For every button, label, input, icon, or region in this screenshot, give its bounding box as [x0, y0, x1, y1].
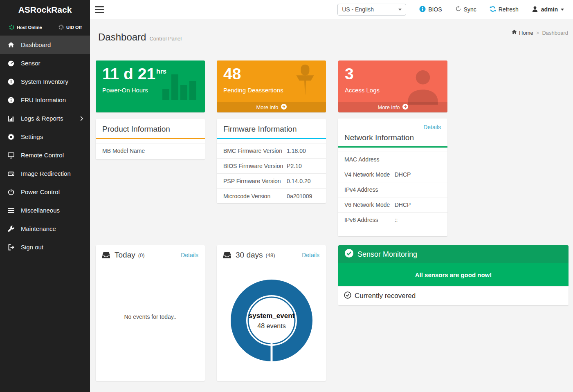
caret-down-icon	[398, 9, 402, 11]
monitor-icon	[7, 152, 15, 159]
sidebar-item-logs-reports[interactable]: Logs & Reports	[0, 109, 90, 128]
row-label: V4 Network Mode	[344, 171, 395, 178]
row-label: Microcode Version	[223, 193, 287, 199]
user-menu[interactable]: admin	[532, 6, 564, 13]
bar-chart-icon	[162, 71, 198, 101]
more-info-label: More info	[378, 104, 400, 110]
host-status-row: Host Online UID Off	[0, 20, 90, 31]
more-info-link[interactable]: More info	[217, 102, 326, 112]
today-events-header: Today (0) Details	[96, 245, 205, 265]
sidebar-item-image-redirection[interactable]: Image Redirection	[0, 164, 90, 183]
page-title: DashboardControl Panel	[98, 31, 182, 43]
breadcrumb: Home > Dashboard	[512, 29, 568, 36]
brand-logo: ASRockRack	[0, 0, 90, 20]
row-label: PSP Firmware Version	[223, 178, 287, 184]
sync-button[interactable]: Sync	[455, 6, 476, 13]
sidebar: ASRockRack Host Online UID Off Dashboa	[0, 0, 90, 392]
sidebar-item-system-inventory[interactable]: System Inventory	[0, 72, 90, 91]
row-value: DHCP	[395, 171, 441, 178]
refresh-button[interactable]: Refresh	[490, 6, 519, 13]
circle-arrow-right-icon	[402, 104, 408, 111]
month-events-header: 30 days (48) Details	[217, 245, 326, 265]
row-value: 1.18.00	[287, 148, 319, 154]
more-info-link[interactable]: More info	[338, 102, 447, 112]
sidebar-item-label: Power Control	[21, 188, 83, 195]
check-circle-outline-icon	[344, 291, 351, 301]
table-row: V4 Network Mode DHCP	[338, 167, 447, 182]
host-online-label: Host Online	[17, 25, 42, 30]
disk-icon	[7, 170, 15, 177]
sidebar-item-maintenance[interactable]: Maintenance	[0, 220, 90, 238]
row-value: ::	[395, 217, 441, 223]
breadcrumb-home-link[interactable]: Home	[512, 29, 533, 36]
table-row: IPv4 Address	[338, 182, 447, 197]
sidebar-item-label: Logs & Reports	[21, 115, 80, 122]
hamburger-menu-icon[interactable]	[95, 4, 105, 15]
sidebar-item-label: Dashboard	[21, 41, 83, 48]
breadcrumb-separator: >	[536, 30, 539, 36]
sidebar-item-dashboard[interactable]: Dashboard	[0, 36, 90, 54]
sensor-recovered-label: Currently recovered	[355, 292, 416, 300]
check-circle-icon	[345, 249, 353, 260]
wrench-icon	[7, 226, 15, 232]
sidebar-item-sensor[interactable]: Sensor	[0, 54, 90, 72]
sidebar-item-remote-control[interactable]: Remote Control	[0, 146, 90, 164]
pending-deassertions-label: Pending Deassertions	[223, 87, 283, 94]
breadcrumb-home-label: Home	[519, 30, 533, 36]
month-events-count: (48)	[266, 252, 275, 258]
refresh-icon	[490, 6, 496, 13]
host-online-status: Host Online	[9, 25, 42, 30]
access-logs-label: Access Logs	[345, 87, 380, 94]
sync-icon	[455, 6, 461, 13]
firmware-information-rows: BMC Firmware Version 1.18.00 BIOS Firmwa…	[217, 143, 326, 204]
network-details-row: Details	[338, 119, 447, 131]
sign-out-icon	[7, 244, 15, 251]
month-details-link[interactable]: Details	[302, 252, 319, 258]
pending-deassertions-value: 48	[223, 65, 241, 83]
person-icon	[532, 6, 538, 13]
network-information-card: Details Network Information MAC Address …	[338, 119, 447, 236]
circle-arrow-right-icon	[281, 104, 287, 111]
network-information-rows: MAC Address V4 Network Mode DHCP IPv4 Ad…	[338, 152, 447, 227]
row-label: IPv4 Address	[344, 186, 395, 193]
pending-deassertions-card: 48 Pending Deassertions More info	[217, 60, 326, 112]
table-row: IPv6 Address ::	[338, 212, 447, 227]
page-subtitle: Control Panel	[149, 36, 182, 42]
sidebar-item-label: Image Redirection	[21, 170, 83, 177]
events-donut-chart: system_event 48 events	[217, 278, 326, 363]
product-information-card: Product Information MB Model Name	[96, 119, 205, 159]
refresh-label: Refresh	[499, 6, 519, 13]
page-title-text: Dashboard	[98, 31, 146, 43]
sidebar-item-power-control[interactable]: Power Control	[0, 183, 90, 201]
user-name: admin	[541, 6, 558, 13]
power-icon	[7, 189, 15, 195]
sensor-monitoring-card: Sensor Monitoring All sensors are good n…	[338, 245, 569, 305]
today-details-link[interactable]: Details	[181, 252, 198, 258]
power-on-hours-value: 11 d 21hrs	[102, 65, 166, 83]
network-details-link[interactable]: Details	[423, 124, 441, 130]
breadcrumb-current: Dashboard	[542, 30, 568, 36]
row-value: 0.14.0.20	[287, 178, 319, 184]
network-information-title: Network Information	[338, 131, 447, 148]
topbar-right: US - English BIOS Sync Refresh	[337, 4, 573, 16]
info-circle-icon	[7, 78, 15, 85]
sidebar-item-fru-information[interactable]: FRU Information	[0, 91, 90, 109]
chevron-right-icon	[80, 116, 83, 121]
sidebar-item-sign-out[interactable]: Sign out	[0, 238, 90, 256]
sync-label: Sync	[464, 6, 476, 13]
month-events-title: 30 days	[236, 251, 263, 260]
sidebar-item-settings[interactable]: Settings	[0, 128, 90, 146]
row-value	[395, 156, 441, 163]
row-value: DHCP	[395, 202, 441, 208]
table-row: V6 Network Mode DHCP	[338, 197, 447, 212]
bars-icon	[7, 207, 15, 214]
sidebar-item-miscellaneous[interactable]: Miscellaneous	[0, 201, 90, 220]
language-select[interactable]: US - English	[337, 4, 406, 16]
today-events-title: Today	[115, 251, 135, 260]
screen: ASRockRack Host Online UID Off Dashboa	[0, 0, 573, 392]
bios-button[interactable]: BIOS	[419, 6, 442, 13]
table-row: PSP Firmware Version 0.14.0.20	[217, 173, 326, 188]
sidebar-item-label: Maintenance	[21, 225, 83, 232]
main-content: DashboardControl Panel Home > Dashboard …	[90, 19, 573, 392]
row-label: V6 Network Mode	[344, 202, 395, 208]
